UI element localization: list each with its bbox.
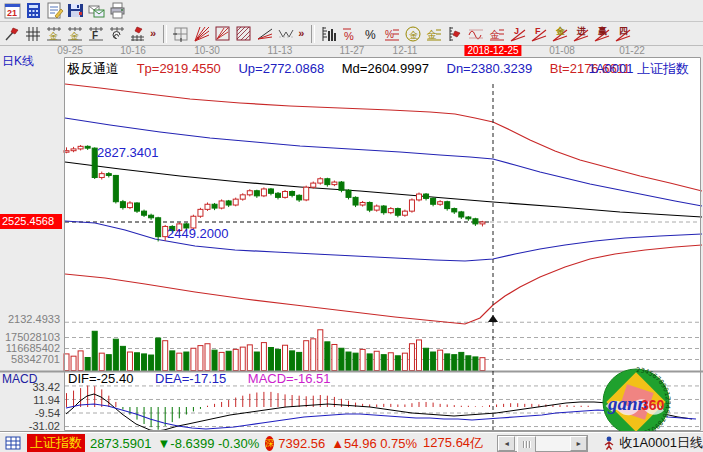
index-value: 2873.5901 <box>90 436 151 451</box>
gann360-logo: 2345678901234567890123456789012345 gann … <box>601 367 671 437</box>
dn-value: Dn=2380.3239 <box>447 61 533 76</box>
indicator-readout: 极反通道 Tp=2919.4550 Up=2772.0868 Md=2604.9… <box>67 60 644 78</box>
scroll-track[interactable] <box>515 436 570 451</box>
macd-scale-4: -31.02 <box>0 420 60 432</box>
md-value: Md=2604.9997 <box>342 61 429 76</box>
dif-value: DIF=-25.40 <box>68 371 133 386</box>
index-change: ▼-8.6399 -0.30% <box>157 436 259 451</box>
index-name-badge[interactable]: 上证指数 <box>27 434 85 452</box>
macd-scale-2: 11.94 <box>0 394 60 406</box>
logo-brand-num: 360 <box>641 397 665 413</box>
indicator-name: 极反通道 <box>67 61 119 76</box>
macd-scale-3: -9.54 <box>0 407 60 419</box>
kline-pane-label: 日K线 <box>2 53 34 70</box>
scroll-left-button[interactable]: ◄ <box>498 436 515 451</box>
last-price-tag: 2525.4568 <box>0 214 62 229</box>
trading-app-window: 21 金金F»»%%%金金金JF金进赢四 09-2510-1610-3011-1… <box>0 0 703 452</box>
swing-high-annotation: 2827.3401 <box>97 145 158 160</box>
sz-amount: 1275.64亿 <box>423 434 483 452</box>
horizontal-scrollbar[interactable]: ◄ ► <box>497 435 588 452</box>
tp-value: Tp=2919.4550 <box>137 61 221 76</box>
scroll-right-button[interactable]: ► <box>570 436 587 451</box>
macd-readout: DIF=-25.40 DEA=-17.15 MACD=-16.51 <box>68 371 349 386</box>
period-indicator[interactable]: 收1A0001日线 <box>619 434 703 452</box>
quote-table-icon[interactable] <box>2 433 23 452</box>
sz-value: 7392.56 <box>278 436 325 451</box>
symbol-name: 1A0001 上证指数 <box>589 60 689 78</box>
hotkey-person-icon <box>598 433 619 452</box>
shenzhen-badge[interactable]: 深 <box>265 436 274 451</box>
dea-value: DEA=-17.15 <box>155 371 226 386</box>
macd-value: MACD=-16.51 <box>248 371 331 386</box>
sz-change: ▲54.96 0.75% <box>331 436 417 451</box>
scroll-thumb[interactable] <box>517 436 536 452</box>
price-level-label: 2132.4933 <box>0 313 60 325</box>
swing-low-annotation: 2449.2000 <box>167 226 228 241</box>
status-bar: 上证指数 2873.5901 ▼-8.6399 -0.30% 深 7392.56… <box>0 432 703 452</box>
macd-scale-1: 33.42 <box>0 381 60 393</box>
volume-scale-3: 58342701 <box>0 353 60 365</box>
up-value: Up=2772.0868 <box>238 61 324 76</box>
